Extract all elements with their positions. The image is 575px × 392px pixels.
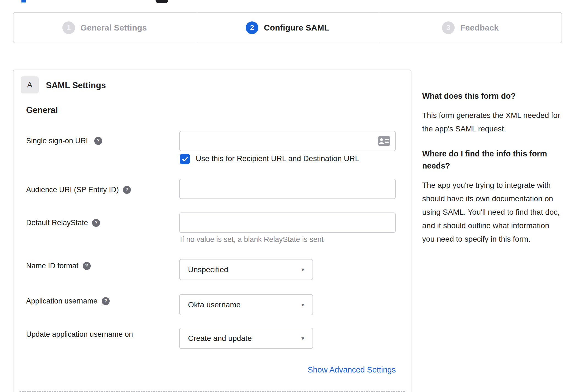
help-icon[interactable]: ? (83, 262, 91, 270)
update-app-username-label: Update application username on (26, 330, 133, 339)
chevron-down-icon: ▾ (301, 335, 304, 342)
general-section-heading: General (26, 105, 58, 115)
help-sidebar: What does this form do? This form genera… (422, 90, 563, 258)
recipient-url-checkbox-label[interactable]: Use this for Recipient URL and Destinati… (196, 154, 359, 163)
sidebar-body-where: The app you're trying to integrate with … (422, 178, 563, 246)
panel-title: SAML Settings (46, 81, 106, 90)
sso-url-label-row: Single sign-on URL ? (26, 136, 102, 146)
relay-state-hint: If no value is set, a blank RelayState i… (180, 235, 324, 244)
step-label: Feedback (460, 23, 499, 32)
update-app-username-select[interactable]: Create and update ▾ (179, 328, 313, 349)
help-icon[interactable]: ? (94, 137, 102, 145)
help-icon[interactable]: ? (92, 219, 100, 227)
recipient-url-checkbox[interactable] (180, 154, 190, 164)
select-value: Okta username (188, 300, 301, 309)
sidebar-body-what: This form generates the XML needed for t… (422, 109, 563, 136)
step-number-badge: 3 (442, 21, 455, 34)
name-id-format-select[interactable]: Unspecified ▾ (179, 259, 313, 280)
app-username-select[interactable]: Okta username ▾ (179, 294, 313, 315)
sso-url-input-wrap (179, 131, 396, 151)
cutoff-blue-fragment (21, 0, 26, 2)
chevron-down-icon: ▾ (301, 266, 304, 273)
page: 1 General Settings 2 Configure SAML 3 Fe… (0, 0, 575, 392)
contact-card-icon (378, 136, 390, 146)
step-label: Configure SAML (264, 23, 329, 32)
step-number-badge: 1 (62, 21, 75, 34)
relay-state-input[interactable] (179, 212, 396, 233)
app-username-label: Application username (26, 297, 98, 305)
help-icon[interactable]: ? (102, 297, 110, 305)
help-icon[interactable]: ? (123, 186, 131, 194)
step-number-badge: 2 (246, 21, 258, 34)
select-value: Create and update (188, 334, 301, 343)
show-advanced-settings-link[interactable]: Show Advanced Settings (179, 365, 396, 374)
section-a-badge: A (21, 76, 39, 93)
sso-url-label: Single sign-on URL (26, 137, 90, 145)
name-id-format-label-row: Name ID format ? (26, 261, 91, 271)
step-configure-saml[interactable]: 2 Configure SAML (196, 13, 378, 43)
checkmark-icon (182, 156, 188, 162)
cutoff-dark-fragment (156, 0, 168, 3)
step-feedback[interactable]: 3 Feedback (379, 13, 562, 43)
sso-url-input[interactable] (179, 131, 396, 151)
name-id-format-label: Name ID format (26, 262, 79, 270)
relay-state-label-row: Default RelayState ? (26, 218, 100, 228)
step-general-settings[interactable]: 1 General Settings (13, 13, 196, 43)
audience-uri-label-row: Audience URI (SP Entity ID) ? (26, 185, 131, 195)
saml-settings-panel: A SAML Settings General Single sign-on U… (13, 70, 411, 392)
relay-state-label: Default RelayState (26, 219, 88, 227)
wizard-stepper: 1 General Settings 2 Configure SAML 3 Fe… (13, 12, 562, 43)
update-app-username-label-row: Update application username on (26, 329, 133, 339)
app-username-label-row: Application username ? (26, 296, 110, 306)
audience-uri-input[interactable] (179, 179, 396, 199)
step-label: General Settings (81, 23, 147, 32)
chevron-down-icon: ▾ (301, 302, 304, 308)
select-value: Unspecified (188, 265, 301, 274)
sidebar-heading-what: What does this form do? (422, 90, 563, 102)
sidebar-heading-where: Where do I find the info this form needs… (422, 148, 551, 172)
audience-uri-label: Audience URI (SP Entity ID) (26, 186, 119, 194)
